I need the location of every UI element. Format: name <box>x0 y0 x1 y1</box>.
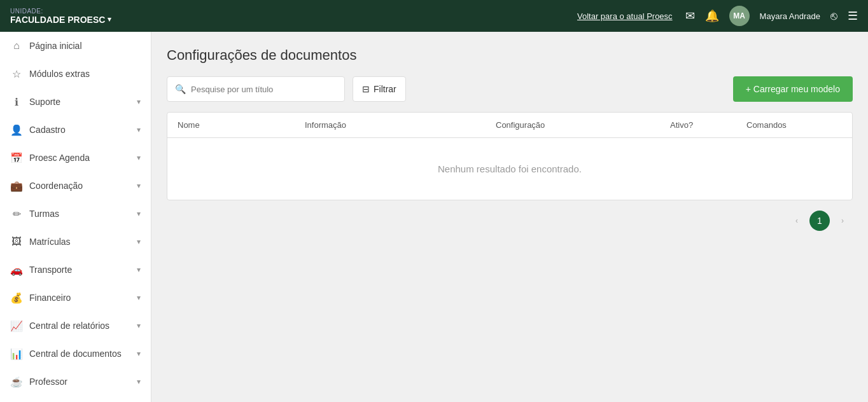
sidebar-item-transporte[interactable]: 🚗Transporte▾ <box>0 256 151 284</box>
sidebar-item-label-cadastro: Cadastro <box>29 125 130 135</box>
table-header: Nome Informação Configuração Ativo? Coma… <box>167 113 852 138</box>
col-comandos: Comandos <box>746 120 842 130</box>
coordenacao-icon: 💼 <box>10 179 23 192</box>
chevron-down-icon-suporte: ▾ <box>137 97 141 106</box>
toolbar: 🔍 ⊟ Filtrar + Carregar meu modelo <box>167 76 853 102</box>
chevron-down-icon-central-relatorios: ▾ <box>137 321 141 330</box>
sidebar-item-label-coordenacao: Coordenação <box>29 181 130 191</box>
sidebar-item-turmas[interactable]: ✏Turmas▾ <box>0 200 151 228</box>
professor-icon: ☕ <box>10 375 23 388</box>
search-icon: 🔍 <box>175 84 186 94</box>
sidebar-item-label-central-relatorios: Central de relatórios <box>29 321 130 331</box>
sidebar-item-label-turmas: Turmas <box>29 209 130 219</box>
sidebar-item-label-pagina-inicial: Página inicial <box>29 41 141 51</box>
chevron-down-icon-transporte: ▾ <box>137 265 141 274</box>
proesc-agenda-icon: 📅 <box>10 151 23 164</box>
sidebar-item-label-matriculas: Matrículas <box>29 237 130 247</box>
modulos-extras-icon: ☆ <box>10 67 23 80</box>
sidebar-item-central-documentos[interactable]: 📊Central de documentos▾ <box>0 340 151 368</box>
header-icons: ✉ 🔔 MA Mayara Andrade ⎋ ☰ <box>685 6 858 26</box>
mail-icon[interactable]: ✉ <box>685 9 695 23</box>
sidebar-item-pagina-inicial[interactable]: ⌂Página inicial <box>0 32 151 60</box>
sidebar-item-financeiro[interactable]: 💰Financeiro▾ <box>0 284 151 312</box>
filter-label: Filtrar <box>374 84 396 94</box>
sidebar-item-label-transporte: Transporte <box>29 265 130 275</box>
next-page-button[interactable]: › <box>832 211 853 231</box>
sidebar-item-label-proesc-agenda: Proesc Agenda <box>29 153 130 163</box>
sidebar-item-proesc-agenda[interactable]: 📅Proesc Agenda▾ <box>0 144 151 172</box>
col-nome: Nome <box>178 120 305 130</box>
sidebar-item-coordenacao[interactable]: 💼Coordenação▾ <box>0 172 151 200</box>
search-input[interactable] <box>191 85 337 94</box>
cadastro-icon: 👤 <box>10 123 23 136</box>
bell-icon[interactable]: 🔔 <box>705 9 719 23</box>
chevron-down-icon-matriculas: ▾ <box>137 237 141 246</box>
unit-label: UNIDADE: <box>10 8 111 15</box>
sidebar-item-matriculas[interactable]: 🖼Matrículas▾ <box>0 228 151 256</box>
header-unit: UNIDADE: FACULDADE PROESC <box>10 8 111 25</box>
central-relatorios-icon: 📈 <box>10 319 23 332</box>
documents-table: Nome Informação Configuração Ativo? Coma… <box>167 112 853 200</box>
chevron-down-icon-financeiro: ▾ <box>137 293 141 302</box>
pagination: ‹ 1 › <box>167 200 853 241</box>
sidebar-item-professor[interactable]: ☕Professor▾ <box>0 368 151 396</box>
pagina-inicial-icon: ⌂ <box>10 39 23 52</box>
financeiro-icon: 💰 <box>10 291 23 304</box>
col-configuracao: Configuração <box>496 120 670 130</box>
unit-name[interactable]: FACULDADE PROESC <box>10 15 111 25</box>
page-1-button[interactable]: 1 <box>809 211 830 231</box>
sidebar: ⌂Página inicial☆Módulos extrasℹSuporte▾👤… <box>0 32 151 402</box>
empty-message: Nenhum resultado foi encontrado. <box>167 138 852 200</box>
username[interactable]: Mayara Andrade <box>760 11 820 21</box>
chevron-down-icon-coordenacao: ▾ <box>137 181 141 190</box>
sidebar-item-cadastro[interactable]: 👤Cadastro▾ <box>0 116 151 144</box>
add-model-button[interactable]: + Carregar meu modelo <box>733 76 853 102</box>
avatar[interactable]: MA <box>729 6 750 26</box>
filter-button[interactable]: ⊟ Filtrar <box>353 76 406 102</box>
filter-icon: ⊟ <box>362 84 370 94</box>
transporte-icon: 🚗 <box>10 263 23 276</box>
logout-icon[interactable]: ⎋ <box>830 10 837 23</box>
main-layout: ⌂Página inicial☆Módulos extrasℹSuporte▾👤… <box>0 32 868 402</box>
turmas-icon: ✏ <box>10 207 23 220</box>
sidebar-item-central-relatorios[interactable]: 📈Central de relatórios▾ <box>0 312 151 340</box>
search-box[interactable]: 🔍 <box>167 76 345 102</box>
sidebar-item-label-financeiro: Financeiro <box>29 293 130 303</box>
col-informacao: Informação <box>305 120 496 130</box>
chevron-down-icon-proesc-agenda: ▾ <box>137 153 141 162</box>
chevron-down-icon-turmas: ▾ <box>137 209 141 218</box>
sidebar-item-label-professor: Professor <box>29 377 130 387</box>
col-ativo: Ativo? <box>670 120 746 130</box>
suporte-icon: ℹ <box>10 95 23 108</box>
back-link[interactable]: Voltar para o atual Proesc <box>577 11 673 21</box>
sidebar-item-label-modulos-extras: Módulos extras <box>29 69 141 79</box>
chevron-down-icon-central-documentos: ▾ <box>137 349 141 358</box>
central-documentos-icon: 📊 <box>10 347 23 360</box>
sidebar-item-suporte[interactable]: ℹSuporte▾ <box>0 88 151 116</box>
chevron-down-icon-professor: ▾ <box>137 377 141 386</box>
prev-page-button[interactable]: ‹ <box>787 211 807 231</box>
header: UNIDADE: FACULDADE PROESC Voltar para o … <box>0 0 868 32</box>
chevron-down-icon-cadastro: ▾ <box>137 125 141 134</box>
sidebar-item-label-central-documentos: Central de documentos <box>29 349 130 359</box>
matriculas-icon: 🖼 <box>10 235 23 248</box>
menu-icon[interactable]: ☰ <box>848 9 858 23</box>
sidebar-item-modulos-extras[interactable]: ☆Módulos extras <box>0 60 151 88</box>
page-title: Configurações de documentos <box>167 47 853 64</box>
content-area: Configurações de documentos 🔍 ⊟ Filtrar … <box>151 32 868 402</box>
sidebar-item-label-suporte: Suporte <box>29 97 130 107</box>
